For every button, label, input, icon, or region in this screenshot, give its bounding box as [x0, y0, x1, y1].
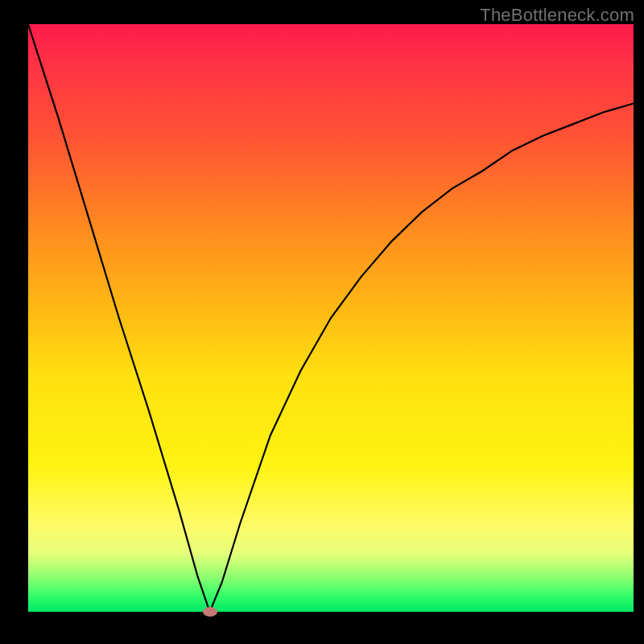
- chart-frame: TheBottleneck.com: [0, 0, 644, 644]
- curve-path: [28, 24, 634, 612]
- watermark-text: TheBottleneck.com: [480, 5, 634, 26]
- optimal-marker: [203, 607, 217, 617]
- bottleneck-curve: [28, 24, 634, 612]
- plot-area: [28, 24, 634, 612]
